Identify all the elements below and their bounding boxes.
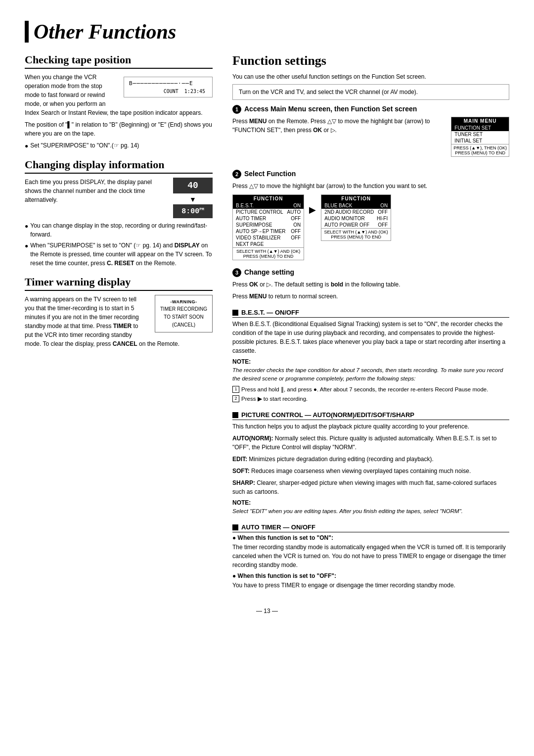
bullet-dot-2: ● xyxy=(25,241,28,250)
picture-autonorm: AUTO(NORM): Normally select this. Pictur… xyxy=(232,434,509,452)
title-bar xyxy=(25,21,29,43)
step2-body: Press △▽ to move the highlight bar (arro… xyxy=(232,182,509,190)
step1-num: 1 xyxy=(232,105,241,114)
page-title-text: Other Functions xyxy=(34,20,176,44)
autotimer-square-icon xyxy=(232,524,238,530)
checking-tape-bullet: ● Set "SUPERIMPOSE" to "ON".(☞ pg. 14) xyxy=(25,141,213,150)
step2-section: 2 Select Function Press △▽ to move the h… xyxy=(232,170,509,260)
picture-section: PICTURE CONTROL — AUTO(NORM)/EDIT/SOFT/S… xyxy=(232,411,509,516)
step2-num: 2 xyxy=(232,170,241,179)
changing-display-section: Changing display information 40 ▼ 8:00PM… xyxy=(25,158,213,268)
display-illustration: 40 ▼ 8:00PM xyxy=(173,178,213,218)
main-menu-box: MAIN MENU FUNCTION SET TUNER SET INITIAL… xyxy=(451,117,509,157)
step2-heading: 2 Select Function xyxy=(232,170,509,179)
main-menu-area: MAIN MENU FUNCTION SET TUNER SET INITIAL… xyxy=(451,117,509,157)
func-table-1: FUNCTION B.E.S.T.ON PICTURE CONTROLAUTO … xyxy=(232,194,304,260)
func-row-videostab: VIDEO STABILIZEROFF xyxy=(233,235,304,241)
page-container: Other Functions Checking tape position B… xyxy=(25,20,509,614)
func-row-best: B.E.S.T.ON xyxy=(233,202,304,209)
autotimer-heading-text: AUTO TIMER — ON/OFF xyxy=(241,523,315,531)
best-body: When B.E.S.T. (Biconditional Equalised S… xyxy=(232,320,509,355)
tape-line: B────────────·──E xyxy=(129,80,207,87)
display-bullet-1: ● You can change display in the stop, re… xyxy=(25,221,213,239)
func-row-autotimer: AUTO TIMEROFF xyxy=(233,215,304,222)
menu-item-initial-set: INITIAL SET xyxy=(451,138,509,144)
display-bullet-2: ● When "SUPERIMPOSE" is set to "ON" (☞ p… xyxy=(25,241,213,268)
display-top: 40 xyxy=(173,178,213,193)
function-settings-intro: You can use the other useful function se… xyxy=(232,72,509,81)
func-row-picture: PICTURE CONTROLAUTO xyxy=(233,209,304,215)
picture-square-icon xyxy=(232,412,238,418)
picture-note-text: Select "EDIT" when you are editing tapes… xyxy=(232,507,509,516)
warning-box: -WARNING- TIMER RECORDING TO START SOON … xyxy=(155,295,213,332)
picture-heading-text: PICTURE CONTROL — AUTO(NORM)/EDIT/SOFT/S… xyxy=(241,411,414,419)
menu-item-function-set: FUNCTION SET xyxy=(451,125,509,131)
picture-edit: EDIT: Minimizes picture degradation duri… xyxy=(232,455,509,464)
step3-num: 3 xyxy=(232,268,241,277)
autotimer-section: AUTO TIMER — ON/OFF ● When this function… xyxy=(232,523,509,590)
func-table-2: FUNCTION BLUE BACKON 2ND AUDIO RECORDOFF… xyxy=(321,194,391,241)
checking-tape-section: Checking tape position B────────────·──E… xyxy=(25,53,213,150)
bullet-dot-1: ● xyxy=(25,222,28,231)
step3-label: Change setting xyxy=(244,268,294,276)
func-row-autosp: AUTO SP→EP TIMEROFF xyxy=(233,228,304,235)
arrow-icon: ▶ xyxy=(309,204,316,215)
func-row-2ndaudio: 2ND AUDIO RECORDOFF xyxy=(321,209,391,215)
note-num-2: 2 xyxy=(232,395,239,402)
func-row-autopoweroff: AUTO POWER OFFOFF xyxy=(321,222,391,228)
picture-soft: SOFT: Reduces image coarseness when view… xyxy=(232,467,509,475)
function-settings-title: Function settings xyxy=(232,53,509,68)
timer-warning-title: Timer warning display xyxy=(25,276,213,291)
step3-body2: Press MENU to return to normal screen. xyxy=(232,292,509,301)
page-number: — 13 — xyxy=(25,608,509,614)
right-column: Function settings You can use the other … xyxy=(232,53,509,598)
best-heading: B.E.S.T. — ON/OFF xyxy=(232,309,509,318)
autotimer-on-heading: ● When this function is set to "ON": xyxy=(232,534,509,541)
func-table-1-header: FUNCTION xyxy=(233,195,304,202)
picture-body: This function helps you to adjust the pl… xyxy=(232,422,509,431)
autotimer-off-body: You have to press TIMER to engage or dis… xyxy=(232,581,509,590)
best-note-item-1: 1 Press and hold ‖, and press ●. After a… xyxy=(232,385,509,394)
func-table-2-footer: SELECT WITH (▲▼) AND (OK)PRESS (MENU) TO… xyxy=(321,228,391,240)
step1-label: Access Main Menu screen, then Function S… xyxy=(244,105,417,113)
func-row-nextpage: NEXT PAGE xyxy=(233,241,304,247)
picture-heading: PICTURE CONTROL — AUTO(NORM)/EDIT/SOFT/S… xyxy=(232,411,509,420)
autotimer-heading: AUTO TIMER — ON/OFF xyxy=(232,523,509,532)
display-bottom: 8:00PM xyxy=(173,204,213,218)
checking-tape-title: Checking tape position xyxy=(25,53,213,69)
main-menu-title: MAIN MENU xyxy=(451,117,509,125)
autotimer-off-heading: ● When this function is set to "OFF": xyxy=(232,572,509,579)
step3-heading: 3 Change setting xyxy=(232,268,509,277)
timer-warning-section: Timer warning display -WARNING- TIMER RE… xyxy=(25,276,213,351)
best-square-icon xyxy=(232,310,238,316)
function-tables: FUNCTION B.E.S.T.ON PICTURE CONTROLAUTO … xyxy=(232,194,509,260)
best-note-label: NOTE: xyxy=(232,358,509,365)
step3-section: 3 Change setting Press OK or ▷. The defa… xyxy=(232,268,509,301)
best-note-text: The recorder checks the tape condition f… xyxy=(232,366,509,383)
tape-illustration: B────────────·──E COUNT 1:23:45 xyxy=(124,77,213,97)
page-title: Other Functions xyxy=(25,20,509,44)
func-row-superimpose: SUPERIMPOSEON xyxy=(233,222,304,228)
func-row-audiomonitor: AUDIO MONITORHI-FI xyxy=(321,215,391,222)
picture-sharp: SHARP: Clearer, sharper-edged picture wh… xyxy=(232,478,509,496)
best-section: B.E.S.T. — ON/OFF When B.E.S.T. (Bicondi… xyxy=(232,309,509,403)
left-column: Checking tape position B────────────·──E… xyxy=(25,53,213,598)
best-heading-text: B.E.S.T. — ON/OFF xyxy=(241,309,299,316)
step1-heading: 1 Access Main Menu screen, then Function… xyxy=(232,105,509,114)
changing-display-title: Changing display information xyxy=(25,158,213,174)
step3-body: Press OK or ▷. The default setting is bo… xyxy=(232,280,509,289)
note-num-1: 1 xyxy=(232,386,239,393)
tape-count: COUNT 1:23:45 xyxy=(129,89,207,94)
func-table-2-header: FUNCTION xyxy=(321,195,391,202)
autotimer-on-body: The timer recording standby mode is auto… xyxy=(232,543,509,569)
main-menu-footer: PRESS (▲▼), THEN (OK)PRESS (MENU) TO END xyxy=(451,144,509,156)
best-note-item-2: 2 Press ▶ to start recording. xyxy=(232,395,509,403)
func-row-blueback: BLUE BACKON xyxy=(321,202,391,209)
step1-section: 1 Access Main Menu screen, then Function… xyxy=(232,105,509,162)
checking-tape-body2: The position of "▌" in relation to "B" (… xyxy=(25,120,213,138)
picture-note-label: NOTE: xyxy=(232,499,509,506)
info-box: Turn on the VCR and TV, and select the V… xyxy=(232,84,509,100)
bullet-dot: ● xyxy=(25,142,28,150)
step2-label: Select Function xyxy=(244,170,296,178)
func-table-1-footer: SELECT WITH (▲▼) AND (OK)PRESS (MENU) TO… xyxy=(233,247,304,260)
